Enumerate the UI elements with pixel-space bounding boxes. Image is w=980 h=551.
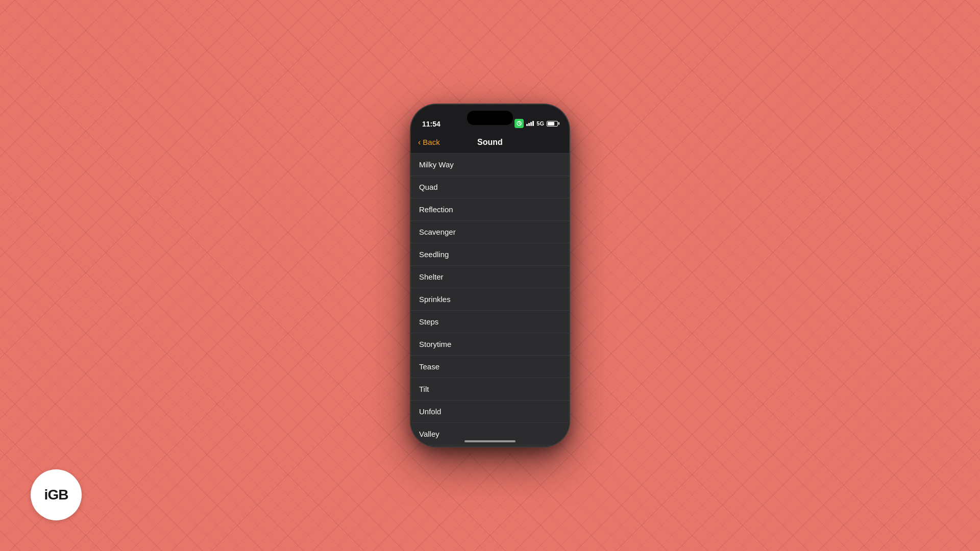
list-item-classic[interactable]: ✓ Classic Radar › — [411, 445, 569, 446]
item-label: Scavenger — [419, 228, 561, 236]
list-item-steps[interactable]: Steps — [411, 311, 569, 333]
item-label: Unfold — [419, 407, 561, 416]
status-icons: 5G — [514, 119, 558, 128]
status-time: 11:54 — [422, 120, 440, 128]
battery-icon — [547, 121, 558, 127]
item-label: Valley — [419, 430, 561, 438]
item-label: Sprinkles — [419, 295, 561, 304]
item-label: Seedling — [419, 250, 561, 259]
nav-bar: ‹ Back Sound — [411, 131, 569, 154]
dynamic-island — [467, 111, 513, 125]
item-label: Steps — [419, 317, 561, 326]
sound-list[interactable]: Milky Way Quad Reflection Scavenger Seed… — [411, 154, 569, 446]
app-icon — [514, 119, 524, 128]
list-item-quad[interactable]: Quad — [411, 176, 569, 198]
list-item-milky-way[interactable]: Milky Way — [411, 154, 569, 176]
igb-logo: iGB — [31, 469, 82, 520]
list-item-shelter[interactable]: Shelter — [411, 266, 569, 288]
list-item-seedling[interactable]: Seedling — [411, 243, 569, 266]
list-item-reflection[interactable]: Reflection — [411, 198, 569, 221]
status-5g: 5G — [536, 120, 544, 127]
item-label: Tease — [419, 362, 561, 371]
list-item-unfold[interactable]: Unfold — [411, 400, 569, 423]
item-label: Shelter — [419, 272, 561, 281]
signal-bars — [526, 121, 534, 126]
nav-title: Sound — [477, 138, 503, 147]
back-label: Back — [423, 138, 439, 146]
phone-wrapper: 11:54 5 — [411, 105, 569, 446]
phone-frame: 11:54 5 — [411, 105, 569, 446]
list-item-storytime[interactable]: Storytime — [411, 333, 569, 356]
item-label: Reflection — [419, 205, 561, 214]
item-label: Milky Way — [419, 160, 561, 169]
sound-options-section: Milky Way Quad Reflection Scavenger Seed… — [411, 154, 569, 446]
back-chevron-icon: ‹ — [418, 138, 421, 147]
list-item-tease[interactable]: Tease — [411, 356, 569, 378]
list-item-tilt[interactable]: Tilt — [411, 378, 569, 400]
list-item-scavenger[interactable]: Scavenger — [411, 221, 569, 243]
list-item-sprinkles[interactable]: Sprinkles — [411, 288, 569, 311]
battery-fill — [548, 122, 554, 126]
back-button[interactable]: ‹ Back — [418, 138, 440, 147]
item-label: Tilt — [419, 385, 561, 393]
home-indicator — [464, 440, 516, 442]
item-label: Quad — [419, 183, 561, 191]
item-label: Storytime — [419, 340, 561, 348]
igb-logo-text: iGB — [44, 487, 68, 503]
phone-screen: 11:54 5 — [411, 105, 569, 446]
